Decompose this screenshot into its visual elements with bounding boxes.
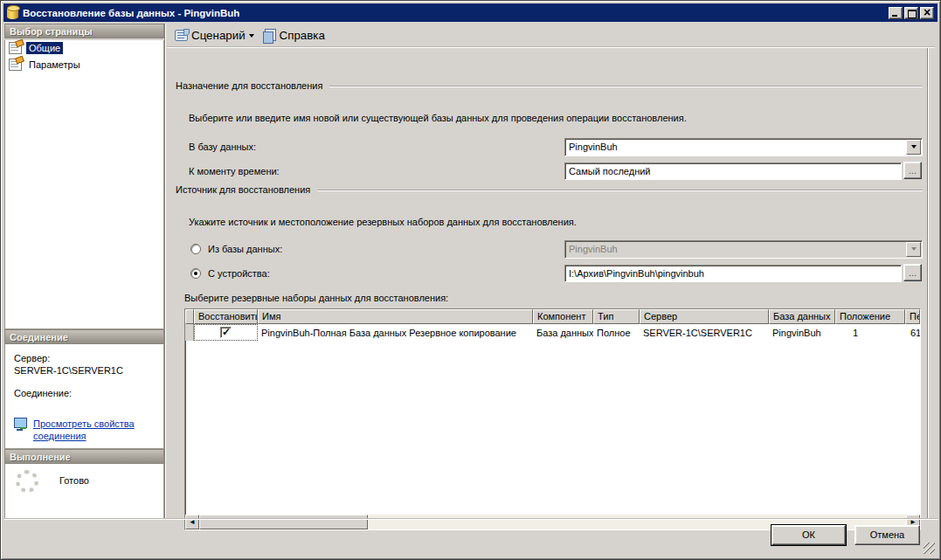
to-database-label: В базу данных:	[189, 142, 256, 152]
page-icon	[9, 59, 22, 71]
from-database-radio[interactable]	[190, 244, 201, 254]
backup-sets-grid: Восстановить Имя Компонент Тип Сервер Ба…	[184, 308, 921, 530]
help-button[interactable]: Справка	[259, 25, 330, 45]
sidebar-divider	[164, 24, 166, 518]
server-label: Сервер:	[14, 353, 156, 363]
pages-list: Общие Параметры	[4, 40, 164, 329]
sidebar-item-label: Общие	[26, 42, 63, 54]
dropdown-arrow-icon[interactable]	[906, 140, 921, 155]
destination-description: Выберите или введите имя новой или сущес…	[189, 113, 687, 123]
cell-server: SERVER-1C\SERVER1C	[640, 328, 769, 338]
restore-database-dialog: Восстановление базы данных - PingvinBuh …	[0, 0, 941, 560]
main-panel: Сценарий Справка Назначение для восстано…	[167, 24, 935, 518]
to-time-input[interactable]: Самый последний	[564, 162, 902, 180]
row-header	[185, 324, 194, 341]
restore-checkbox[interactable]	[220, 327, 232, 338]
column-header-position[interactable]: Положение	[835, 309, 905, 324]
titlebar[interactable]: Восстановление базы данных - PingvinBuh	[3, 3, 938, 22]
grid-header: Восстановить Имя Компонент Тип Сервер Ба…	[185, 309, 920, 324]
dropdown-arrow-icon	[906, 242, 921, 257]
chevron-down-icon	[249, 34, 254, 40]
from-device-browse-button[interactable]: ...	[903, 264, 922, 281]
destination-section-title: Назначение для восстановления	[176, 80, 923, 91]
from-device-input[interactable]: I:\Архив\PingvinBuh\pingvinbuh	[564, 265, 902, 282]
close-button[interactable]	[920, 7, 934, 19]
sidebar-item-label: Параметры	[26, 59, 83, 71]
source-section-title: Источник для восстановления	[176, 184, 923, 195]
progress-spinner-icon	[16, 470, 38, 493]
resize-grip[interactable]	[924, 543, 935, 554]
to-time-label: К моменту времени:	[189, 166, 280, 176]
column-header-component[interactable]: Компонент	[533, 309, 593, 324]
to-time-browse-button[interactable]: ...	[903, 162, 922, 179]
connection-properties-icon	[14, 418, 28, 431]
help-button-label: Справка	[280, 29, 325, 42]
maximize-button[interactable]	[904, 7, 918, 19]
progress-status: Готово	[59, 475, 89, 486]
to-database-combobox[interactable]: PingvinBuh	[564, 138, 923, 156]
sidebar-item-options[interactable]: Параметры	[5, 57, 163, 72]
scrollbar-thumb[interactable]	[199, 515, 368, 529]
from-device-label: С устройства:	[208, 268, 270, 279]
content: Назначение для восстановления Выберите и…	[167, 48, 935, 518]
minimize-button[interactable]	[889, 7, 903, 19]
from-database-label: Из базы данных:	[208, 244, 282, 254]
column-header-restore[interactable]: Восстановить	[194, 309, 258, 324]
cell-name: PingvinBuh-Полная База данных Резервное …	[258, 328, 533, 338]
script-icon	[175, 30, 188, 41]
progress-panel: Готово	[4, 464, 164, 520]
page-icon	[9, 42, 22, 54]
source-description: Укажите источник и местоположение резерв…	[189, 217, 577, 227]
column-header-name[interactable]: Имя	[258, 309, 533, 324]
from-database-combobox: PingvinBuh	[564, 240, 923, 259]
from-device-radio[interactable]	[190, 268, 201, 279]
script-button[interactable]: Сценарий	[170, 25, 259, 45]
connection-panel: Сервер: SERVER-1C\SERVER1C Соединение: П…	[4, 344, 164, 449]
restore-cell[interactable]	[194, 324, 258, 341]
script-button-label: Сценарий	[191, 29, 246, 42]
footer-separator	[4, 518, 938, 520]
help-icon	[265, 29, 276, 41]
sidebar-item-general[interactable]: Общие	[5, 40, 163, 55]
cell-truncated: 61	[905, 328, 920, 338]
server-value: SERVER-1C\SERVER1C	[14, 365, 156, 376]
row-header-corner	[185, 309, 194, 324]
view-connection-properties-link[interactable]: Просмотреть свойства соединения	[33, 418, 142, 442]
pages-header: Выбор страницы	[4, 24, 164, 38]
connection-header: Соединение	[4, 329, 164, 344]
cell-database: PingvinBuh	[769, 328, 835, 338]
database-icon	[7, 6, 18, 19]
cancel-button[interactable]: Отмена	[855, 525, 920, 545]
window-title: Восстановление базы данных - PingvinBuh	[23, 8, 887, 18]
cell-type: Полное	[593, 328, 640, 338]
cell-component: База данных	[533, 328, 593, 338]
column-header-database[interactable]: База данных	[769, 309, 835, 324]
ok-button[interactable]: ОК	[771, 525, 846, 545]
column-header-truncated[interactable]: Пе	[905, 309, 920, 324]
sidebar: Выбор страницы Общие Параметры Соединени…	[4, 24, 164, 518]
backup-sets-label: Выберите резервные наборы данных для вос…	[184, 293, 448, 303]
table-row[interactable]: PingvinBuh-Полная База данных Резервное …	[185, 324, 920, 341]
connection-label: Соединение:	[14, 388, 156, 398]
progress-header: Выполнение	[4, 449, 164, 464]
column-header-server[interactable]: Сервер	[640, 309, 769, 324]
cell-position: 1	[835, 328, 905, 338]
scroll-left-icon[interactable]: ◄	[185, 515, 199, 529]
column-header-type[interactable]: Тип	[593, 309, 640, 324]
toolbar: Сценарий Справка	[167, 24, 935, 46]
